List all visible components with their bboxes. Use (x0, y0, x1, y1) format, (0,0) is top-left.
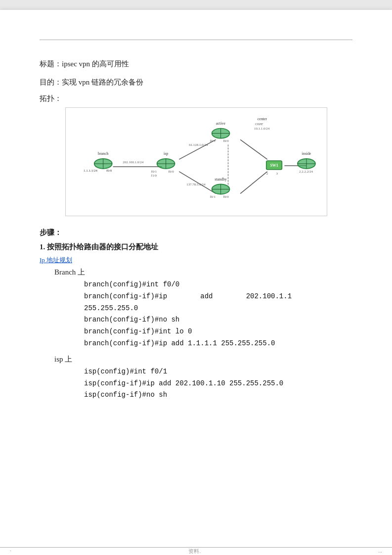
svg-text:3: 3 (276, 172, 278, 175)
title-value: ipsec vpn 的高可用性 (62, 60, 129, 68)
purpose-line: 目的：实现 vpn 链路的冗余备份 (40, 76, 352, 89)
purpose-label: 目的： (40, 78, 62, 86)
svg-text:standby: standby (215, 177, 227, 182)
inside-router: inside 2.2.2.2/24 (298, 151, 315, 173)
svg-text:2: 2 (266, 172, 268, 175)
header-dots: · · (40, 37, 352, 43)
svg-text:2.2.2.2/24: 2.2.2.2/24 (299, 170, 313, 173)
svg-text:1.1.1.1/24: 1.1.1.1/24 (84, 169, 97, 172)
isp-section: isp 上 isp(config)#int f0/1 isp(config-if… (54, 355, 352, 401)
svg-text:61.128.1.0/24: 61.128.1.0/24 (189, 143, 208, 146)
svg-text:f0/0: f0/0 (168, 170, 174, 173)
title-label: 标题： (40, 60, 62, 68)
svg-text:inside: inside (302, 151, 311, 156)
footer-center: 资料. (188, 548, 201, 555)
isp-commands: isp(config)#int f0/1 isp(config-if)#ip a… (84, 366, 352, 401)
svg-line-4 (240, 172, 267, 194)
svg-text:f1/0: f1/0 (151, 174, 157, 177)
svg-text:f0/1: f0/1 (210, 195, 216, 198)
svg-line-3 (240, 139, 267, 159)
svg-text:10.1.1.0/24: 10.1.1.0/24 (254, 127, 269, 130)
center-router-label: center OSPF 10.1.1.0/24 (254, 117, 269, 130)
footer-left: · (10, 548, 11, 555)
svg-text:202.100.1.0/24: 202.100.1.0/24 (123, 160, 143, 164)
topology-svg: branch 1.1.1.1/24 f0/0 isp f0/1 f0/0 f1/… (66, 108, 327, 216)
page-footer: · 资料. ... (0, 547, 392, 555)
branch-cmd-4: branch(config-if)#no sh (84, 314, 352, 326)
purpose-value: 实现 vpn 链路的冗余备份 (62, 78, 143, 86)
svg-text:SW1: SW1 (270, 163, 278, 168)
title-line: 标题：ipsec vpn 的高可用性 (40, 57, 352, 71)
isp-cmd-2: isp(config-if)#ip add 202.100.1.10 255.2… (84, 378, 352, 390)
svg-text:f0/1: f0/1 (210, 139, 216, 142)
svg-text:f0/0: f0/0 (223, 139, 229, 142)
topology-diagram: branch 1.1.1.1/24 f0/0 isp f0/1 f0/0 f1/… (65, 107, 327, 216)
branch-cmd-3: 255.255.255.0 (84, 303, 352, 315)
topo-label: 拓扑： (40, 94, 352, 103)
svg-text:branch: branch (97, 151, 108, 156)
branch-cmd-2: branch(config-if)#ip add 202.100.1.1 (84, 291, 352, 303)
branch-section: Branch 上 branch(config)#int f0/0 branch(… (54, 268, 352, 350)
steps-title: 步骤： (40, 228, 352, 237)
ip-address-plan-link[interactable]: Ip 地址规划 (40, 256, 352, 265)
svg-text:active: active (216, 121, 225, 126)
isp-router: isp f0/1 f0/0 f1/0 (151, 151, 174, 177)
branch-router: branch 1.1.1.1/24 f0/0 (84, 151, 112, 172)
header-dot-left: · (40, 37, 41, 43)
isp-label: isp 上 (54, 355, 352, 364)
svg-text:OSPF: OSPF (255, 122, 263, 126)
svg-text:f0/1: f0/1 (151, 170, 157, 173)
header-dot-right: · (351, 37, 353, 43)
page: · · 标题：ipsec vpn 的高可用性 目的：实现 vpn 链路的冗余备份… (0, 10, 392, 555)
svg-text:f0/0: f0/0 (106, 169, 112, 172)
active-router: active f0/1 f0/0 (210, 121, 229, 143)
branch-cmd-6: branch(config-if)#ip add 1.1.1.1 255.255… (84, 338, 352, 350)
step1-title: 1. 按照拓扑给路由器的接口分配地址 (40, 242, 352, 252)
sw1-switch: SW1 2 3 (266, 161, 282, 175)
svg-text:center: center (257, 117, 267, 121)
branch-cmd-1: branch(config)#int f0/0 (84, 279, 352, 291)
branch-cmd-5: branch(config-if)#int lo 0 (84, 326, 352, 338)
svg-text:137.78.5.0/24: 137.78.5.0/24 (186, 183, 206, 186)
isp-cmd-3: isp(config-if)#no sh (84, 389, 352, 401)
isp-cmd-1: isp(config)#int f0/1 (84, 366, 352, 378)
branch-commands: branch(config)#int f0/0 branch(config-if… (84, 279, 352, 350)
branch-label: Branch 上 (54, 268, 352, 277)
header-line: · · (40, 40, 352, 43)
svg-text:isp: isp (163, 151, 168, 156)
standby-router: standby f0/1 f0/0 (210, 177, 229, 199)
svg-text:f0/0: f0/0 (223, 195, 229, 198)
footer-right: ... (378, 548, 382, 555)
